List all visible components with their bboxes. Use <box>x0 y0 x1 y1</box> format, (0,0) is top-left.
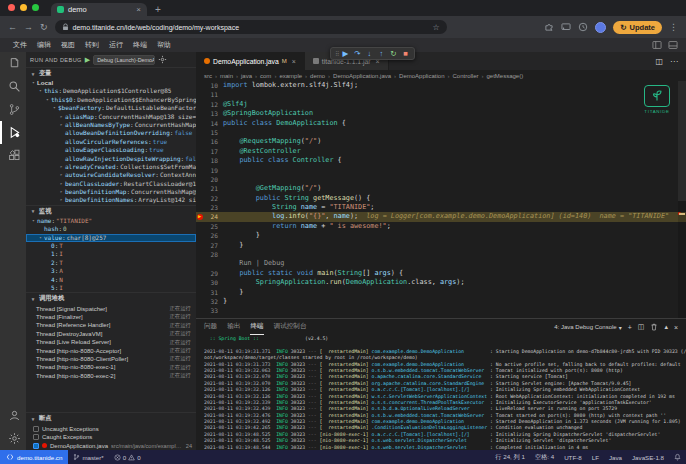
new-tab-button[interactable]: + <box>155 4 161 15</box>
tree-item-beanDefinitionMap[interactable]: ▸beanDefinitionMap: ConcurrentHashMap@14… <box>26 188 196 196</box>
callstack-section-header[interactable]: ▾ 调用堆栈 <box>26 292 196 304</box>
java-runtime-item[interactable]: JavaSE-1.8 <box>627 454 669 461</box>
search-icon[interactable] <box>0 75 26 98</box>
panel-tab-输出[interactable]: 输出 <box>227 319 240 335</box>
run-and-debug-icon[interactable] <box>0 121 26 144</box>
callstack-thread[interactable]: Thread [http-nio-8080-exec-2]正在运行 <box>26 372 196 380</box>
tree-item-this$0[interactable]: ▾this$0: DemoApplication$$EnhancerBySpri… <box>26 96 196 104</box>
indentation-item[interactable]: 空格: 4 <box>530 453 559 462</box>
gutter-glyph[interactable] <box>196 222 205 231</box>
breakpoint-checkbox[interactable] <box>33 434 39 440</box>
breakpoint-checkbox[interactable] <box>33 426 39 432</box>
gutter-glyph[interactable] <box>196 175 205 184</box>
gutter-glyph[interactable] <box>196 100 205 109</box>
scrollbar-slider[interactable] <box>678 81 686 201</box>
breadcrumb-item[interactable]: main <box>220 73 233 79</box>
stop-button[interactable]: ■ <box>400 48 410 59</box>
callstack-thread[interactable]: Thread [http-nio-8080-exec-1]正在运行 <box>26 363 196 371</box>
tree-item-value[interactable]: ▾value: char[8]@257 <box>26 234 196 242</box>
tree-item-$beanFactory[interactable]: ▾$beanFactory: DefaultListableBeanFactor… <box>26 104 196 112</box>
close-panel-icon[interactable]: × <box>674 324 678 331</box>
terminal-output[interactable]: :: Spring Boot :: (v2.4.5)2021-08-11 03:… <box>196 335 686 450</box>
cast-icon[interactable] <box>561 22 571 32</box>
clock-history-icon[interactable] <box>578 22 588 32</box>
gutter-glyph[interactable] <box>196 119 205 128</box>
zoom-window-button[interactable] <box>32 4 39 11</box>
back-icon[interactable]: ← <box>8 23 17 32</box>
breadcrumb-item[interactable]: demo <box>310 73 325 79</box>
gutter-glyph[interactable] <box>196 184 205 193</box>
callstack-thread[interactable]: Thread [DestroyJavaVM]正在运行 <box>26 330 196 338</box>
launch-config-select[interactable]: Debug (Launch)-DemoApplication<demo> ▾ <box>93 55 155 65</box>
tree-item-allowEagerClassLoading[interactable]: allowEagerClassLoading: true <box>26 146 196 154</box>
split-editor-icon[interactable]: ◫ <box>655 57 663 66</box>
menu-item-编辑[interactable]: 编辑 <box>32 40 56 50</box>
tree-item-alreadyCreated[interactable]: ▸alreadyCreated: Collections$SetFromMap@… <box>26 163 196 171</box>
menu-item-终端[interactable]: 终端 <box>128 40 152 50</box>
tree-item-hash[interactable]: hash: 0 <box>26 225 196 233</box>
tree-item-2[interactable]: 2: T <box>26 259 196 267</box>
tree-item-3[interactable]: 3: A <box>26 267 196 275</box>
gutter-glyph[interactable] <box>196 147 205 156</box>
panel-tab-终端[interactable]: 终端 <box>250 319 263 335</box>
start-debug-icon[interactable]: ▶ <box>85 56 90 63</box>
gutter-glyph[interactable] <box>196 109 205 118</box>
tree-item-beanDefinitionNames[interactable]: ▸beanDefinitionNames: ArrayList@142 size… <box>26 196 196 204</box>
tree-item-allowRawInjectionDespiteWrapping[interactable]: allowRawInjectionDespiteWrapping: false <box>26 155 196 163</box>
gutter-glyph[interactable] <box>196 166 205 175</box>
gutter-glyph[interactable] <box>196 203 205 212</box>
step-over-button[interactable]: ↷ <box>352 48 362 59</box>
continue-button[interactable]: ▶ <box>340 48 350 59</box>
new-terminal-icon[interactable]: + <box>628 324 632 331</box>
menu-item-文件[interactable]: 文件 <box>8 40 32 50</box>
gutter-glyph[interactable] <box>196 90 205 99</box>
extensions-icon[interactable] <box>0 144 26 167</box>
breakpoint-item[interactable]: DemoApplication.javasrc/main/java/com/ex… <box>26 441 196 450</box>
cursor-position-item[interactable]: 行 24, 列 1 <box>490 453 530 462</box>
breakpoint-item[interactable]: Uncaught Exceptions <box>26 424 196 433</box>
browser-menu-icon[interactable]: ⋮ <box>669 22 678 32</box>
tree-item-allowBeanDefinitionOverriding[interactable]: allowBeanDefinitionOverriding: false <box>26 129 196 137</box>
git-branch-item[interactable]: master* <box>68 453 108 461</box>
tree-item-name[interactable]: ▾name: "TITANIDE" <box>26 217 196 225</box>
breakpoint-item[interactable]: Caught Exceptions <box>26 433 196 442</box>
gutter-glyph[interactable] <box>196 81 205 90</box>
breadcrumb-item[interactable]: example <box>279 73 302 79</box>
callstack-thread[interactable]: Thread [Live Reload Server]正在运行 <box>26 338 196 346</box>
menu-item-运行[interactable]: 运行 <box>104 40 128 50</box>
tree-item-aliasMap[interactable]: ▸aliasMap: ConcurrentHashMap@138 size=0 <box>26 113 196 121</box>
gutter-glyph[interactable] <box>196 250 205 259</box>
callstack-thread[interactable]: Thread [Reference Handler]正在运行 <box>26 321 196 329</box>
breakpoints-section-header[interactable]: ▾ 断点 <box>26 412 196 424</box>
forward-icon[interactable]: → <box>24 23 33 32</box>
tree-item-beanClassLoader[interactable]: ▸beanClassLoader: RestartClassLoader@148 <box>26 180 196 188</box>
breadcrumb-item[interactable]: DemoApplication.java <box>333 73 391 79</box>
breadcrumb-item[interactable]: getMessage() <box>486 73 523 79</box>
gutter-glyph[interactable] <box>196 156 205 165</box>
gutter-glyph[interactable] <box>196 137 205 146</box>
gutter-glyph[interactable] <box>196 297 205 306</box>
tree-item-autowireCandidateResolver[interactable]: ▸autowireCandidateResolver: ContextAnnot… <box>26 171 196 179</box>
variables-section-header[interactable]: ▾ 变量 <box>26 67 196 79</box>
tree-item-allowCircularReferences[interactable]: allowCircularReferences: true <box>26 138 196 146</box>
panel-tab-调试控制台[interactable]: 调试控制台 <box>274 319 307 335</box>
gutter-glyph[interactable] <box>196 278 205 287</box>
watch-section-header[interactable]: ▾ 监视 <box>26 205 196 217</box>
close-window-button[interactable] <box>8 4 15 11</box>
eol-item[interactable]: LF <box>587 454 604 461</box>
tree-item-5[interactable]: 5: I <box>26 284 196 292</box>
layout-sidebar-icon[interactable] <box>652 40 662 50</box>
gutter-glyph[interactable] <box>196 194 205 203</box>
maximize-panel-icon[interactable]: ▴ <box>664 323 668 331</box>
more-actions-icon[interactable]: ⋯ <box>670 57 678 66</box>
notifications-bell-item[interactable] <box>669 453 686 461</box>
tree-item-0[interactable]: 0: T <box>26 242 196 250</box>
remote-indicator[interactable]: demo.titanide.cn <box>0 450 68 464</box>
breadcrumb-item[interactable]: java <box>241 73 252 79</box>
code-editor[interactable]: 10import lombok.extern.slf4j.Slf4j;1112@… <box>196 81 686 318</box>
callstack-thread[interactable]: Thread [http-nio-8080-ClientPoller]正在运行 <box>26 355 196 363</box>
step-into-button[interactable]: ↓ <box>364 48 374 59</box>
panel-tab-问题[interactable]: 问题 <box>204 319 217 335</box>
tree-item-Local[interactable]: ▾Local <box>26 79 196 87</box>
restart-button[interactable]: ↻ <box>388 48 398 59</box>
